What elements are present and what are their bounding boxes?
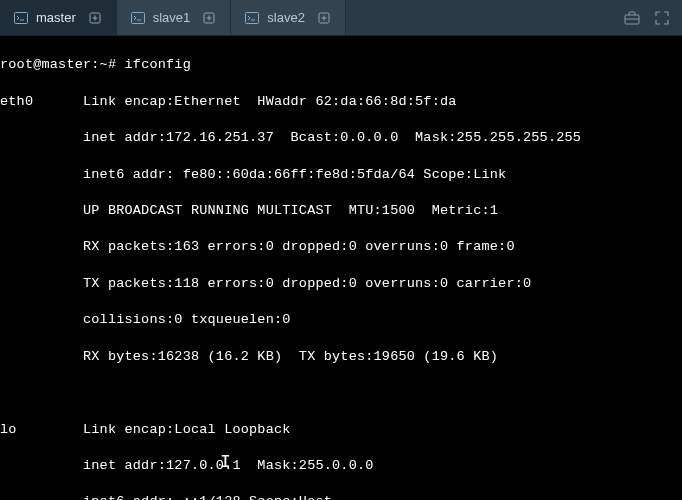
duplicate-tab-icon[interactable]: [317, 11, 331, 25]
svg-rect-5: [131, 12, 144, 23]
ifconfig-line: inet6 addr: ::1/128 Scope:Host: [0, 493, 682, 500]
ifconfig-line: collisions:0 txqueuelen:0: [0, 311, 682, 329]
ifconfig-line: inet addr:127.0.0.1 Mask:255.0.0.0: [0, 457, 682, 475]
ifconfig-line: TX packets:118 errors:0 dropped:0 overru…: [0, 275, 682, 293]
terminal-icon: [245, 12, 259, 24]
tab-bar-actions: [612, 0, 682, 35]
blank-line: [0, 384, 682, 402]
duplicate-tab-icon[interactable]: [88, 11, 102, 25]
fullscreen-icon[interactable]: [654, 10, 670, 26]
ifconfig-line: inet addr:172.16.251.37 Bcast:0.0.0.0 Ma…: [0, 129, 682, 147]
tab-slave2[interactable]: slave2: [231, 0, 346, 35]
ifconfig-line: RX bytes:16238 (16.2 KB) TX bytes:19650 …: [0, 348, 682, 366]
terminal-icon: [14, 12, 28, 24]
ifconfig-line: lo Link encap:Local Loopback: [0, 421, 682, 439]
svg-rect-10: [246, 12, 259, 23]
tab-label: slave2: [267, 10, 305, 25]
terminal-icon: [131, 12, 145, 24]
svg-rect-0: [15, 12, 28, 23]
tab-bar: master slave1 slave2: [0, 0, 682, 36]
terminal-output[interactable]: root@master:~# ifconfig eth0 Link encap:…: [0, 36, 682, 500]
duplicate-tab-icon[interactable]: [202, 11, 216, 25]
tab-master[interactable]: master: [0, 0, 117, 35]
shell-prompt: root@master:~#: [0, 57, 125, 72]
tab-label: slave1: [153, 10, 191, 25]
tab-label: master: [36, 10, 76, 25]
toolbox-icon[interactable]: [624, 10, 640, 26]
ifconfig-line: UP BROADCAST RUNNING MULTICAST MTU:1500 …: [0, 202, 682, 220]
command-text: ifconfig: [125, 57, 191, 72]
tab-slave1[interactable]: slave1: [117, 0, 232, 35]
ifconfig-line: inet6 addr: fe80::60da:66ff:fe8d:5fda/64…: [0, 166, 682, 184]
ifconfig-line: eth0 Link encap:Ethernet HWaddr 62:da:66…: [0, 93, 682, 111]
ifconfig-line: RX packets:163 errors:0 dropped:0 overru…: [0, 238, 682, 256]
